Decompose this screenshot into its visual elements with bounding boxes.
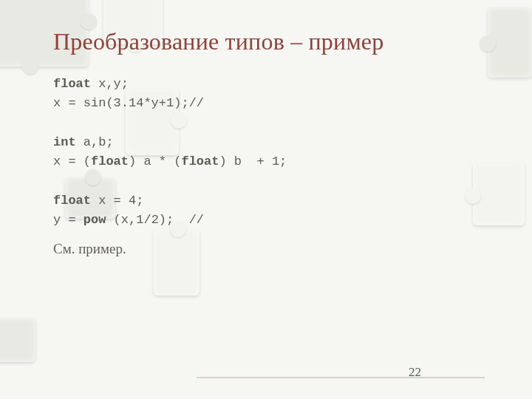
code-line: int a,b; <box>53 135 114 149</box>
code-line: x = (float) a * (float) b + 1; <box>53 154 287 168</box>
page-number: 22 <box>409 365 421 380</box>
code-line: x = sin(3.14*y+1);// <box>53 96 204 110</box>
code-line: float x,y; <box>53 77 129 91</box>
code-line: y = pow (x,1/2); // <box>53 213 204 227</box>
footer-note: См. пример. <box>53 241 488 257</box>
slide: Преобразование типов – пример float x,y;… <box>0 0 532 399</box>
code-line: float x = 4; <box>53 194 143 208</box>
page-title: Преобразование типов – пример <box>53 28 488 55</box>
slide-content: Преобразование типов – пример float x,y;… <box>0 0 532 399</box>
code-block: float x,y; x = sin(3.14*y+1);// int a,b;… <box>53 75 488 231</box>
footer-divider <box>197 377 485 378</box>
